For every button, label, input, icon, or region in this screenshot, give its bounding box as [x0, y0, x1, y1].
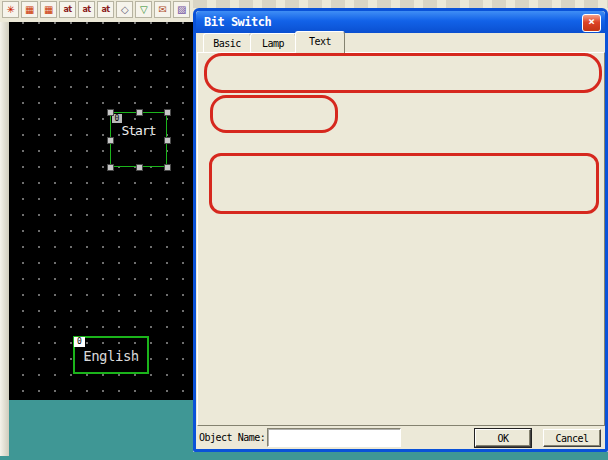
screen-paste-icon[interactable]: ▦ — [40, 1, 57, 18]
figure-diamond-icon[interactable]: ◇ — [116, 1, 133, 18]
comment-list-3-icon[interactable]: at — [97, 1, 114, 18]
ok-button[interactable]: OK — [475, 429, 531, 447]
toolbar-disabled-strip — [193, 0, 608, 8]
tab-text[interactable]: Text — [295, 31, 345, 55]
object-name-input[interactable] — [267, 428, 401, 447]
selection-handle[interactable] — [136, 164, 143, 171]
screen: ✳ ▦ ▦ at at at ◇ ▽ ✉ ▨ 0 Start — [0, 0, 608, 460]
selection-handle[interactable] — [164, 137, 171, 144]
screen-new-icon[interactable]: ✳ — [2, 1, 19, 18]
desktop-below-dialog — [193, 452, 608, 460]
english-object-label: English — [75, 348, 147, 364]
start-object-label: Start — [111, 123, 166, 138]
dialog-titlebar[interactable]: Bit Switch × — [196, 11, 605, 33]
start-switch-object[interactable]: 0 Start — [110, 112, 167, 167]
dialog-title: Bit Switch — [204, 11, 271, 33]
parts-flask-icon[interactable]: ▽ — [135, 1, 152, 18]
selection-handle[interactable] — [107, 164, 114, 171]
object-name-label: Object Name: — [199, 432, 265, 444]
object-id-badge: 0 — [74, 337, 85, 347]
english-switch-object[interactable]: 0 English — [73, 336, 149, 374]
cancel-button[interactable]: Cancel — [543, 429, 601, 447]
comment-list-2-icon[interactable]: at — [78, 1, 95, 18]
library-icon[interactable]: ✉ — [154, 1, 171, 18]
selection-handle[interactable] — [164, 164, 171, 171]
main-toolbar: ✳ ▦ ▦ at at at ◇ ▽ ✉ ▨ — [0, 0, 193, 22]
bit-switch-dialog: Bit Switch × Basic Lamp Text Text Type: … — [193, 8, 608, 452]
selection-handle[interactable] — [107, 137, 114, 144]
selection-handle[interactable] — [136, 109, 143, 116]
editor-workspace: 0 Start 0 English — [0, 22, 193, 460]
text-tab-page — [197, 52, 605, 426]
template-icon[interactable]: ▨ — [173, 1, 190, 18]
close-icon[interactable]: × — [582, 14, 601, 32]
selection-handle[interactable] — [164, 109, 171, 116]
screen-canvas[interactable]: 0 Start 0 English — [9, 22, 193, 400]
left-panel-edge — [0, 22, 9, 456]
screen-copy-icon[interactable]: ▦ — [21, 1, 38, 18]
selection-handle[interactable] — [107, 109, 114, 116]
comment-list-1-icon[interactable]: at — [59, 1, 76, 18]
